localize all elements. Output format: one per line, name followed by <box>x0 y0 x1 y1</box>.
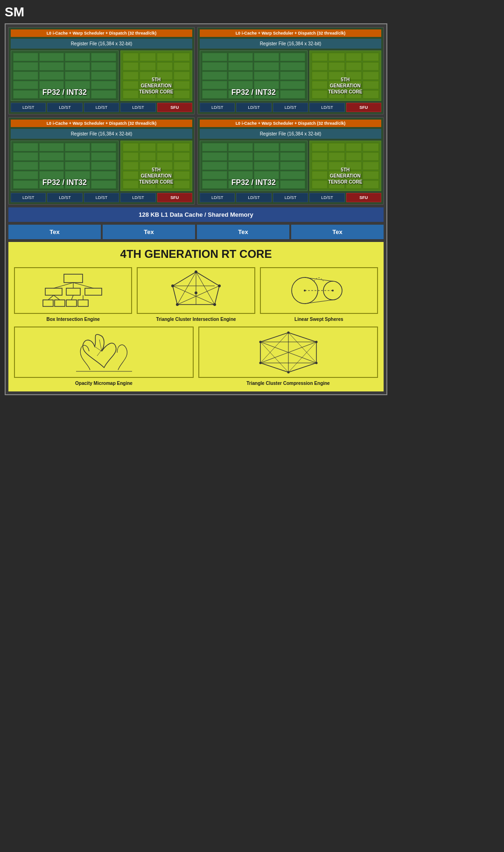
ldst-btn-9: LD/ST <box>11 193 46 202</box>
box-intersection-engine: Box Intersection Engine <box>14 267 132 322</box>
quadrant-1: L0 i-Cache + Warp Scheduler + Dispatch (… <box>8 27 195 114</box>
svg-point-49 <box>287 331 289 334</box>
opacity-micromap-engine: Opacity Micromap Engine <box>14 327 194 386</box>
tensor-cell <box>346 143 362 151</box>
fp32-section-2: FP32 / INT32 <box>200 50 308 101</box>
fp32-cell <box>39 162 64 170</box>
svg-rect-6 <box>66 300 77 306</box>
tensor-section-3: 5THGENERATIONTENSOR CORE <box>120 141 192 191</box>
fp32-label-4: FP32 / INT32 <box>200 178 307 187</box>
fp32-cell <box>13 143 38 151</box>
register-file-1: Register File (16,384 x 32-bit) <box>11 39 192 49</box>
register-file-4: Register File (16,384 x 32-bit) <box>200 129 381 139</box>
ldst-btn-16: LD/ST <box>309 193 344 202</box>
fp32-cell <box>13 53 38 61</box>
fp32-cell <box>254 152 279 161</box>
tensor-cell <box>174 53 190 61</box>
fp32-cell <box>65 62 90 71</box>
tensor-section-1: 5THGENERATIONTENSOR CORE <box>120 50 192 101</box>
svg-line-16 <box>177 272 196 305</box>
svg-line-11 <box>48 295 54 300</box>
quadrant-2: L0 i-Cache + Warp Scheduler + Dispatch (… <box>197 27 384 114</box>
ldst-btn-1: LD/ST <box>11 103 46 112</box>
fp32-cell <box>202 162 227 170</box>
fp32-cell <box>254 53 279 61</box>
ldst-btn-5: LD/ST <box>200 103 235 112</box>
svg-point-23 <box>218 284 221 287</box>
svg-rect-7 <box>78 300 88 306</box>
fp32-cell <box>228 152 253 161</box>
opacity-micromap-icon-box <box>14 327 194 378</box>
ldst-btn-3: LD/ST <box>84 103 119 112</box>
tensor-label-3: 5THGENERATIONTENSOR CORE <box>121 167 192 185</box>
tensor-cell <box>157 62 173 71</box>
tensor-cell <box>329 53 345 61</box>
svg-line-8 <box>54 283 73 288</box>
tensor-cell <box>174 62 190 71</box>
fp32-cell <box>65 162 90 170</box>
fp32-cell <box>65 71 90 80</box>
tensor-cell <box>123 143 139 151</box>
linear-swept-spheres-svg <box>288 270 349 312</box>
fp32-cell <box>202 143 227 151</box>
opacity-micromap-label: Opacity Micromap Engine <box>75 381 133 386</box>
cores-area-1: FP32 / INT32 <box>11 50 192 101</box>
rt-core-section: 4TH GENERATION RT CORE <box>8 242 384 391</box>
tensor-cell <box>157 53 173 61</box>
tex-row: Tex Tex Tex Tex <box>8 225 384 239</box>
tensor-cell <box>140 62 156 71</box>
ldst-btn-13: LD/ST <box>200 193 235 202</box>
tensor-cell <box>312 143 328 151</box>
sm-outer-border: L0 i-Cache + Warp Scheduler + Dispatch (… <box>5 23 387 395</box>
fp32-cell <box>65 152 90 161</box>
main-container: SM L0 i-Cache + Warp Scheduler + Dispatc… <box>0 0 392 400</box>
warp-scheduler-3: L0 i-Cache + Warp Scheduler + Dispatch (… <box>11 120 192 127</box>
cores-area-3: FP32 / INT32 <box>11 141 192 191</box>
fp32-cell <box>13 152 38 161</box>
svg-line-37 <box>97 347 104 356</box>
svg-rect-3 <box>85 288 102 295</box>
linear-swept-spheres-icon-box <box>260 267 378 314</box>
svg-rect-5 <box>55 300 65 306</box>
fp32-cell <box>280 71 305 80</box>
svg-point-22 <box>195 270 197 273</box>
ldst-btn-4: LD/ST <box>120 103 155 112</box>
tensor-section-2: 5THGENERATIONTENSOR CORE <box>309 50 381 101</box>
warp-scheduler-1: L0 i-Cache + Warp Scheduler + Dispatch (… <box>11 29 192 37</box>
svg-line-13 <box>71 295 73 300</box>
tensor-cell <box>312 53 328 61</box>
opacity-micromap-svg <box>67 330 141 375</box>
tensor-cell <box>346 62 362 71</box>
svg-line-31 <box>305 300 333 304</box>
warp-scheduler-4: L0 i-Cache + Warp Scheduler + Dispatch (… <box>200 120 381 127</box>
fp32-cell <box>254 162 279 170</box>
fp32-cell <box>13 62 38 71</box>
linear-swept-spheres-label: Linear Swept Spheres <box>294 317 343 322</box>
fp32-cell <box>91 152 116 161</box>
svg-point-24 <box>171 284 174 287</box>
svg-line-36 <box>99 340 102 351</box>
svg-line-17 <box>196 272 215 305</box>
fp32-cell <box>202 62 227 71</box>
triangle-cluster-compression-icon-box <box>198 327 378 378</box>
triangle-cluster-compression-engine: Triangle Cluster Compression Engine <box>198 327 378 386</box>
ldst-btn-14: LD/ST <box>236 193 271 202</box>
ldst-btn-7: LD/ST <box>273 103 308 112</box>
fp32-cell <box>228 143 253 151</box>
svg-rect-1 <box>45 288 62 295</box>
svg-point-25 <box>176 303 179 306</box>
fp32-cell <box>91 71 116 80</box>
ldst-sfu-bar-2: LD/ST LD/ST LD/ST LD/ST SFU <box>200 103 381 112</box>
svg-rect-0 <box>64 274 83 283</box>
fp32-cell <box>280 53 305 61</box>
fp32-section-3: FP32 / INT32 <box>11 141 119 191</box>
ldst-btn-6: LD/ST <box>236 103 271 112</box>
fp32-cell <box>228 162 253 170</box>
triangle-cluster-icon-box <box>137 267 255 314</box>
fp32-section-4: FP32 / INT32 <box>200 141 308 191</box>
fp32-cell <box>254 143 279 151</box>
svg-line-35 <box>95 347 102 351</box>
register-file-2: Register File (16,384 x 32-bit) <box>200 39 381 49</box>
ldst-btn-15: LD/ST <box>273 193 308 202</box>
svg-rect-4 <box>43 300 53 306</box>
